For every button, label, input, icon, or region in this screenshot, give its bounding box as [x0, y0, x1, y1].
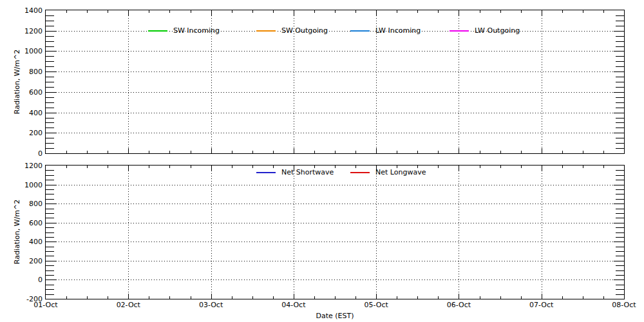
x-minor-tick-bottom: [149, 296, 149, 299]
y-minor-tick-right: [616, 213, 624, 214]
x-minor-tick-bottom: [314, 151, 315, 153]
x-minor-tick-top: [480, 166, 480, 168]
y-minor-tick-left: [46, 189, 54, 190]
h-gridline: [46, 133, 624, 133]
x-major-tick-bottom: [128, 148, 129, 153]
y-minor-tick-left: [46, 247, 54, 247]
bottom-panel-plot-area: [45, 165, 625, 299]
y-minor-tick-right: [616, 218, 624, 218]
y-tick-label: 200: [14, 258, 43, 265]
y-major-tick-right: [614, 204, 624, 204]
y-minor-tick-left: [46, 148, 54, 149]
y-tick-label: 800: [14, 200, 43, 207]
y-minor-tick-left: [46, 41, 54, 42]
legend-item-sw-incoming: SW Incoming: [148, 26, 220, 35]
y-major-tick-left: [46, 242, 56, 242]
x-minor-tick-bottom: [252, 296, 253, 299]
y-major-tick-left: [46, 71, 56, 72]
y-major-tick-left: [46, 279, 56, 280]
x-minor-tick-bottom: [87, 151, 88, 153]
x-tick-label: 02-Oct: [109, 301, 147, 308]
x-minor-tick-top: [232, 10, 232, 13]
x-major-tick-top: [128, 10, 129, 15]
x-minor-tick-top: [335, 10, 336, 13]
x-minor-tick-bottom: [87, 296, 88, 299]
y-major-tick-left: [46, 223, 56, 223]
top-y-axis-label: Radiation, W/m^2: [13, 50, 21, 115]
y-minor-tick-right: [616, 143, 624, 144]
x-minor-tick-bottom: [417, 296, 418, 299]
y-minor-tick-left: [46, 265, 54, 266]
y-minor-tick-right: [616, 77, 624, 77]
y-minor-tick-right: [616, 209, 624, 209]
legend-label-lw-outgoing: LW Outgoing: [475, 26, 520, 35]
legend-item-sw-outgoing: SW Outgoing: [256, 26, 328, 35]
legend-label-net-shortwave: Net Shortwave: [281, 168, 334, 176]
legend-line-net-shortwave: [256, 172, 276, 173]
x-major-tick-top: [459, 10, 459, 15]
x-major-tick-bottom: [542, 148, 542, 153]
y-major-tick-right: [614, 242, 624, 242]
y-minor-tick-left: [46, 175, 54, 176]
x-minor-tick-bottom: [583, 151, 583, 153]
x-minor-tick-top: [521, 166, 522, 168]
y-minor-tick-left: [46, 209, 54, 209]
y-minor-tick-right: [616, 108, 624, 108]
y-tick-label: 1000: [14, 48, 43, 55]
x-minor-tick-top: [169, 10, 170, 13]
x-minor-tick-bottom: [335, 296, 336, 299]
h-gridline: [46, 204, 624, 204]
y-minor-tick-left: [46, 237, 54, 238]
x-minor-tick-top: [252, 166, 253, 168]
y-minor-tick-left: [46, 66, 54, 67]
y-major-tick-left: [46, 51, 56, 52]
x-minor-tick-bottom: [397, 296, 397, 299]
x-major-tick-top: [376, 10, 377, 15]
y-minor-tick-right: [616, 285, 624, 285]
y-minor-tick-right: [616, 26, 624, 26]
x-major-tick-bottom: [376, 148, 377, 153]
y-minor-tick-left: [46, 87, 54, 88]
x-tick-label: 05-Oct: [357, 301, 395, 308]
x-major-tick-bottom: [211, 148, 212, 153]
x-minor-tick-bottom: [562, 151, 563, 153]
v-gridline: [376, 166, 377, 299]
y-tick-label: 800: [14, 68, 43, 75]
y-minor-tick-right: [616, 247, 624, 247]
x-minor-tick-bottom: [583, 296, 583, 299]
y-major-tick-right: [614, 71, 624, 72]
y-major-tick-right: [614, 133, 624, 133]
x-minor-tick-bottom: [232, 151, 232, 153]
legend-line-sw-outgoing: [256, 30, 276, 32]
y-minor-tick-left: [46, 102, 54, 103]
h-gridline: [46, 261, 624, 261]
x-minor-tick-top: [562, 166, 563, 168]
top-panel-plot-area: [45, 10, 625, 154]
y-minor-tick-right: [616, 194, 624, 194]
y-minor-tick-right: [616, 170, 624, 171]
x-minor-tick-top: [397, 10, 397, 13]
y-major-tick-left: [46, 185, 56, 185]
h-gridline: [46, 279, 624, 280]
y-tick-label: 1400: [14, 7, 43, 14]
v-gridline: [211, 166, 212, 299]
v-gridline: [542, 166, 542, 299]
y-minor-tick-right: [616, 189, 624, 190]
x-major-tick-bottom: [376, 294, 377, 299]
y-major-tick-right: [614, 51, 624, 52]
legend-item-net-longwave: Net Longwave: [350, 168, 426, 176]
y-minor-tick-left: [46, 61, 54, 62]
y-minor-tick-left: [46, 213, 54, 214]
y-minor-tick-right: [616, 128, 624, 128]
y-minor-tick-left: [46, 285, 54, 285]
legend-label-net-longwave: Net Longwave: [375, 168, 426, 176]
y-tick-label: 400: [14, 109, 43, 117]
y-minor-tick-left: [46, 194, 54, 194]
y-minor-tick-right: [616, 46, 624, 47]
y-minor-tick-left: [46, 97, 54, 98]
y-minor-tick-left: [46, 56, 54, 57]
y-minor-tick-right: [616, 148, 624, 149]
x-minor-tick-bottom: [562, 296, 563, 299]
x-minor-tick-top: [108, 166, 108, 168]
y-minor-tick-right: [616, 102, 624, 103]
